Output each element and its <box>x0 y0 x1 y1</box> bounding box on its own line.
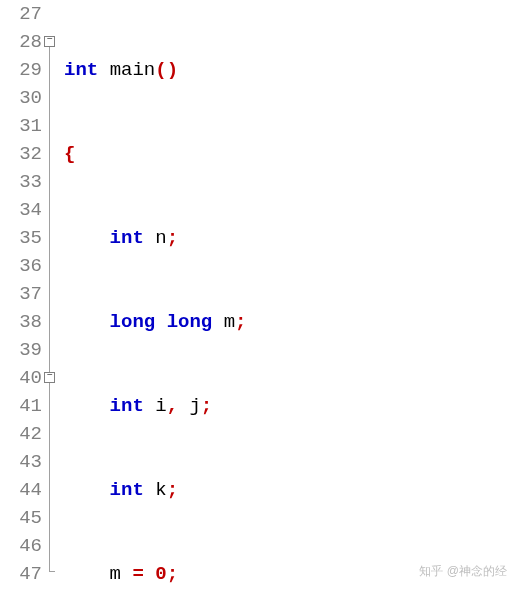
paren: ( <box>155 59 166 81</box>
line-number: 44 <box>0 476 42 504</box>
code-line: long long m; <box>64 308 515 336</box>
semicolon: ; <box>167 563 178 585</box>
indent <box>64 395 110 417</box>
paren: ) <box>167 59 178 81</box>
identifier: n <box>155 227 166 249</box>
line-number: 30 <box>0 84 42 112</box>
line-number: 41 <box>0 392 42 420</box>
function-name: main <box>110 59 156 81</box>
identifier: m <box>224 311 235 333</box>
line-number: 27 <box>0 0 42 28</box>
line-number: 46 <box>0 532 42 560</box>
line-number: 39 <box>0 336 42 364</box>
code-area: int main() { int n; long long m; int i, … <box>58 0 515 591</box>
operator: = <box>132 563 143 585</box>
line-number: 29 <box>0 56 42 84</box>
keyword: int <box>110 479 144 501</box>
indent <box>64 227 110 249</box>
semicolon: ; <box>167 227 178 249</box>
identifier: k <box>155 479 166 501</box>
line-number: 37 <box>0 280 42 308</box>
comma: , <box>167 395 178 417</box>
line-number: 47 <box>0 560 42 588</box>
semicolon: ; <box>235 311 246 333</box>
indent <box>64 311 110 333</box>
fold-column <box>44 0 58 591</box>
fold-toggle-icon[interactable] <box>44 372 55 383</box>
code-line: int k; <box>64 476 515 504</box>
indent <box>64 563 110 585</box>
watermark: 知乎 @神念的经 <box>419 557 507 585</box>
identifier: m <box>110 563 121 585</box>
keyword: long <box>110 311 156 333</box>
code-editor: 27 28 29 30 31 32 33 34 35 36 37 38 39 4… <box>0 0 515 591</box>
keyword: int <box>110 395 144 417</box>
line-number: 45 <box>0 504 42 532</box>
keyword: int <box>110 227 144 249</box>
line-number: 36 <box>0 252 42 280</box>
fold-end-icon <box>49 571 55 572</box>
number: 0 <box>155 563 166 585</box>
line-number: 32 <box>0 140 42 168</box>
semicolon: ; <box>167 479 178 501</box>
line-number: 43 <box>0 448 42 476</box>
fold-toggle-icon[interactable] <box>44 36 55 47</box>
line-number: 42 <box>0 420 42 448</box>
identifier: i <box>155 395 166 417</box>
code-line: int main() <box>64 56 515 84</box>
brace: { <box>64 143 75 165</box>
keyword: int <box>64 59 98 81</box>
line-number: 40 <box>0 364 42 392</box>
line-number: 31 <box>0 112 42 140</box>
code-line: int n; <box>64 224 515 252</box>
line-number: 34 <box>0 196 42 224</box>
line-number: 35 <box>0 224 42 252</box>
line-number: 38 <box>0 308 42 336</box>
code-line: { <box>64 140 515 168</box>
code-line: int i, j; <box>64 392 515 420</box>
keyword: long <box>167 311 213 333</box>
line-number-gutter: 27 28 29 30 31 32 33 34 35 36 37 38 39 4… <box>0 0 44 591</box>
identifier: j <box>189 395 200 417</box>
indent <box>64 479 110 501</box>
semicolon: ; <box>201 395 212 417</box>
line-number: 33 <box>0 168 42 196</box>
fold-guide <box>49 47 50 571</box>
line-number: 28 <box>0 28 42 56</box>
